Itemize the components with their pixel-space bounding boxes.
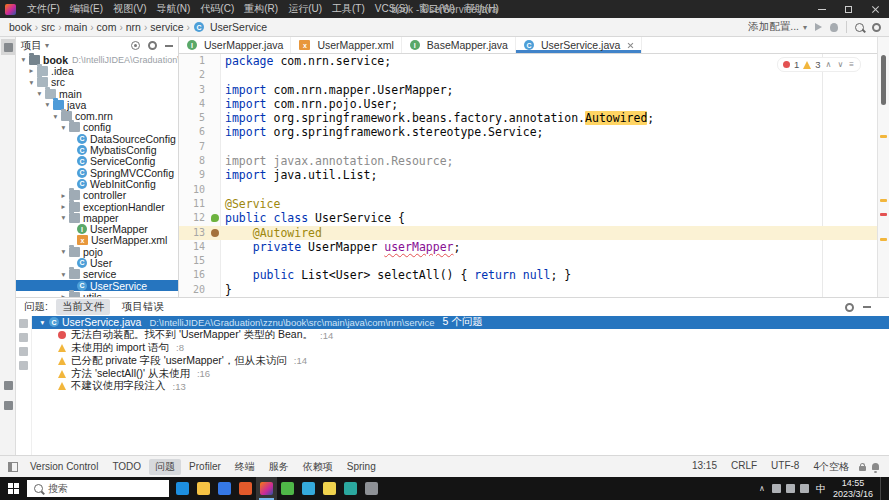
editor-tab[interactable]: xUserMapper.xml [291,37,401,53]
notifications-icon[interactable] [872,463,879,470]
run-icon[interactable] [815,23,822,31]
warning-stripe-mark[interactable] [880,199,887,202]
tree-item[interactable]: ▾main [16,88,178,99]
problem-item[interactable]: 未使用的 import 语句:8 [32,342,889,355]
close-button[interactable] [862,0,889,18]
tree-item[interactable]: IUserMapper [16,223,178,234]
hide-panel-icon[interactable] [863,306,871,308]
code-editor[interactable]: 1package com.nrn.service;23import com.nr… [179,54,877,297]
tree-item[interactable]: ▾src [16,77,178,88]
tree-item[interactable]: CSpringMVCConfig [16,167,178,178]
statusbar-toolwindow[interactable]: TODO [106,460,147,473]
inspections-widget[interactable]: 1 3 ∧ ∨ ≡ [777,57,861,72]
collapse-all-icon[interactable] [19,347,28,356]
tree-item[interactable]: xUserMapper.xml [16,235,178,246]
code-line[interactable]: 3import com.nrn.mapper.UserMapper; [179,83,877,97]
error-stripe-mark[interactable] [880,213,887,216]
editor-tab[interactable]: CUserService.java [516,37,642,53]
tree-item[interactable]: ▸exceptionHandler [16,201,178,212]
taskbar-app[interactable] [235,477,256,500]
close-tab-icon[interactable] [627,42,634,49]
tray-icon[interactable] [772,484,781,493]
tree-item[interactable]: ▾java [16,99,178,110]
problems-file-row[interactable]: ▾CUserService.javaD:\IntelliJIDEA\Gradua… [32,316,889,329]
menu-item[interactable]: 帮助(H) [460,3,504,14]
minimize-button[interactable] [808,0,835,18]
tray-icon[interactable] [800,484,809,493]
ime-indicator[interactable]: 中 [816,482,826,496]
run-configurations-dropdown[interactable]: 添加配置... ▾ [748,20,807,34]
taskbar-app[interactable] [193,477,214,500]
code-line[interactable]: 8import javax.annotation.Resource; [179,154,877,168]
menu-item[interactable]: 文件(F) [22,3,65,14]
tree-item[interactable]: ▾pojo [16,246,178,257]
breadcrumb-item[interactable]: book [7,21,34,33]
tree-item[interactable]: CUserService [16,280,178,291]
next-problem-icon[interactable]: ∨ [836,60,844,69]
warning-stripe-mark[interactable] [880,135,887,138]
inspections-menu-icon[interactable]: ≡ [848,60,855,69]
statusbar-toolwindow[interactable]: Spring [341,460,382,473]
taskbar-clock[interactable]: 14:55 2023/3/16 [833,478,873,500]
statusbar-widget[interactable]: 4个空格 [807,459,855,475]
problem-item[interactable]: 方法 'selectAll()' 从未使用:16 [32,367,889,380]
breadcrumb-item[interactable]: src [39,21,57,33]
breadcrumb-item[interactable]: service [148,21,185,33]
breadcrumb-item[interactable]: main [62,21,89,33]
taskbar-search[interactable]: 搜索 [27,480,169,497]
statusbar-widget[interactable]: UTF-8 [765,459,805,475]
editor-tab[interactable]: IUserMapper.java [179,37,291,53]
problems-tab[interactable]: 当前文件 [56,299,110,315]
taskbar-app[interactable] [298,477,319,500]
code-line[interactable]: 15 [179,254,877,268]
menu-item[interactable]: 工具(T) [327,3,370,14]
tree-item[interactable]: CMybatisConfig [16,144,178,155]
breadcrumb-item[interactable]: nrn [124,21,143,33]
taskbar-app[interactable] [256,477,277,500]
problems-settings-icon[interactable] [19,361,28,370]
tree-item[interactable]: CUser [16,257,178,268]
project-panel-title[interactable]: 项目 [21,39,42,53]
code-line[interactable]: 13 @Autowired [179,226,877,240]
taskbar-app[interactable] [361,477,382,500]
tray-expand-icon[interactable]: ∧ [759,484,765,493]
statusbar-toolwindow[interactable]: 问题 [149,459,181,475]
code-line[interactable]: 9import java.util.List; [179,168,877,182]
lock-icon[interactable] [859,466,866,471]
code-line[interactable]: 20} [179,283,877,297]
taskbar-app[interactable] [214,477,235,500]
structure-tool-button[interactable] [1,377,15,393]
breadcrumb-item[interactable]: com [95,21,119,33]
toolwindow-layout-icon[interactable] [8,462,18,472]
code-line[interactable]: 12public class UserService { [179,211,877,225]
expand-all-icon[interactable] [19,333,28,342]
tree-item[interactable]: ▾mapper [16,212,178,223]
taskbar-app[interactable] [277,477,298,500]
code-line[interactable]: 6import org.springframework.stereotype.S… [179,125,877,139]
menu-item[interactable]: VCS(S) [370,3,414,14]
code-line[interactable]: 7 [179,140,877,154]
taskbar-app[interactable] [340,477,361,500]
tree-item[interactable]: ▾service [16,269,178,280]
menu-item[interactable]: 视图(V) [108,3,151,14]
menu-item[interactable]: 编辑(E) [65,3,108,14]
prev-problem-icon[interactable]: ∧ [825,60,833,69]
settings-icon[interactable] [872,23,881,32]
code-line[interactable]: 5import org.springframework.beans.factor… [179,111,877,125]
taskbar-app[interactable] [172,477,193,500]
code-line[interactable]: 10 [179,183,877,197]
problem-item[interactable]: 已分配 private 字段 'userMapper'，但从未访问:14 [32,354,889,367]
hide-panel-icon[interactable] [165,45,173,47]
code-line[interactable]: 4import com.nrn.pojo.User; [179,97,877,111]
taskbar-app[interactable] [319,477,340,500]
tree-item[interactable]: ▸controller [16,190,178,201]
code-line[interactable]: 2 [179,68,877,82]
search-everywhere-icon[interactable] [855,23,864,32]
show-desktop-button[interactable] [880,477,886,500]
code-line[interactable]: 16 public List<User> selectAll() { retur… [179,268,877,282]
tree-item[interactable]: CWebInitConfig [16,178,178,189]
tree-item[interactable]: CDataSourceConfig [16,133,178,144]
statusbar-widget[interactable]: 13:15 [686,459,723,475]
menu-item[interactable]: 导航(N) [151,3,195,14]
problems-tab[interactable]: 项目错误 [116,299,170,315]
